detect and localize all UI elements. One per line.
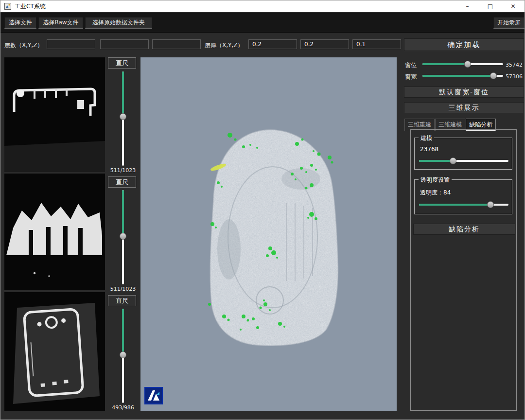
title-bar: 工业CT系统 – □ ✕: [0, 0, 525, 12]
slice-3-ruler-button[interactable]: 直尺: [108, 295, 136, 306]
slice-2-slider[interactable]: [120, 190, 126, 284]
layers-label: 层数（X,Y,Z）: [4, 41, 43, 50]
show-3d-button[interactable]: 三维展示: [404, 102, 524, 113]
layer-z-input[interactable]: [152, 39, 201, 49]
default-ww-wl-button[interactable]: 默认窗宽-窗位: [404, 87, 524, 98]
minimize-button[interactable]: –: [456, 0, 479, 12]
slice-1-slider-handle[interactable]: [120, 113, 126, 120]
window-title: 工业CT系统: [15, 2, 46, 11]
ct-volume-render: [140, 57, 397, 411]
slice-1-image: [4, 57, 105, 172]
close-button[interactable]: ✕: [502, 0, 525, 12]
defect-analysis-button[interactable]: 缺陷分析: [413, 224, 515, 235]
window-level-value: 35742: [506, 62, 523, 68]
select-raw-button[interactable]: 选择Raw文件: [38, 17, 83, 29]
layer-x-input[interactable]: [47, 39, 95, 49]
window-width-slider[interactable]: [422, 72, 503, 79]
layer-y-input[interactable]: [100, 39, 149, 49]
viewport-3d[interactable]: [140, 57, 397, 411]
window-width-slider-handle[interactable]: [490, 72, 497, 79]
thickness-z-input[interactable]: [352, 39, 401, 49]
thickness-label: 层厚（X,Y,Z）: [205, 41, 243, 50]
slice-1-position: 511/1023: [105, 167, 141, 174]
thickness-x-input[interactable]: [248, 39, 297, 49]
app-window: 工业CT系统 – □ ✕ 选择文件 选择Raw文件 选择原始数据文件夹 开始录屏…: [0, 0, 525, 420]
transparency-label: 透明度：84: [420, 189, 451, 197]
window-controls: – □ ✕: [456, 0, 525, 12]
slice-2-ruler-button[interactable]: 直尺: [108, 176, 136, 188]
modeling-groupbox: 建模 23768: [414, 138, 512, 170]
defect-analysis-panel: [410, 129, 517, 411]
slice-3-slider-handle[interactable]: [120, 351, 126, 358]
thickness-y-input[interactable]: [300, 39, 349, 49]
slice-2-slider-handle[interactable]: [120, 233, 126, 240]
window-level-slider[interactable]: [422, 61, 503, 68]
app-icon: [4, 3, 11, 10]
select-folder-button[interactable]: 选择原始数据文件夹: [85, 17, 152, 29]
transparency-group-title: 透明度设置: [419, 176, 452, 184]
slice-1-slider[interactable]: [120, 71, 126, 166]
modeling-slider-handle[interactable]: [450, 158, 456, 164]
modeling-slider[interactable]: [419, 158, 508, 164]
slice-3-slider[interactable]: [120, 309, 126, 403]
select-file-button[interactable]: 选择文件: [4, 17, 36, 29]
brand-logo-icon: [144, 387, 163, 404]
window-level-label: 窗位: [405, 61, 417, 70]
window-width-label: 窗宽: [405, 73, 417, 81]
slice-3-position: 493/986: [105, 404, 141, 411]
modeling-group-title: 建模: [419, 134, 434, 142]
slice-3-image: [4, 292, 105, 411]
confirm-load-button[interactable]: 确定加载: [404, 38, 524, 51]
window-width-value: 57306: [506, 73, 523, 80]
start-record-button[interactable]: 开始录屏: [493, 17, 525, 29]
slice-1-ruler-button[interactable]: 直尺: [108, 57, 136, 69]
transparency-slider-handle[interactable]: [487, 201, 494, 208]
slice-2-image: [4, 174, 105, 290]
modeling-value: 23768: [420, 146, 438, 153]
transparency-groupbox: 透明度设置 透明度：84: [414, 179, 512, 214]
maximize-button[interactable]: □: [479, 0, 502, 12]
window-level-slider-handle[interactable]: [464, 61, 471, 68]
transparency-slider[interactable]: [419, 201, 508, 208]
slice-2-position: 511/1023: [105, 286, 141, 292]
